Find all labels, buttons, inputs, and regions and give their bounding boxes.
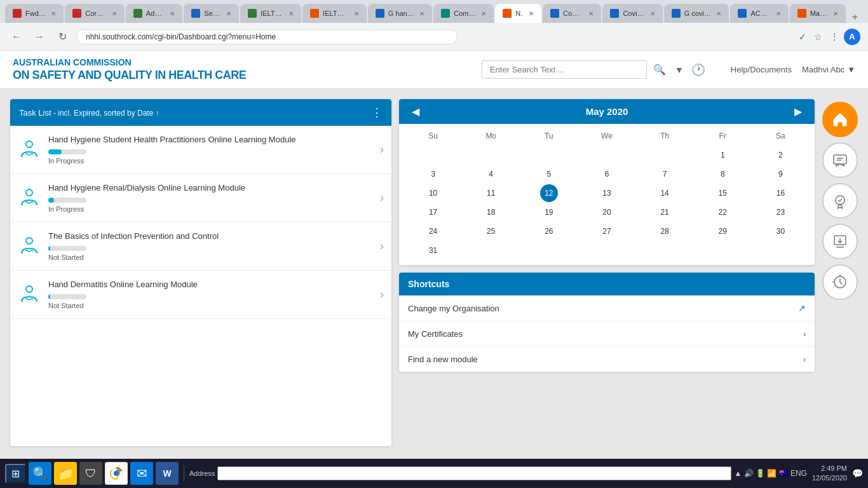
search-button[interactable]: 🔍 bbox=[649, 61, 670, 78]
taskbar-word[interactable]: W bbox=[156, 462, 179, 485]
search-dropdown[interactable]: ▼ bbox=[672, 62, 686, 78]
cal-day-13[interactable]: 13 bbox=[598, 184, 616, 202]
cal-day-empty bbox=[771, 241, 789, 259]
tab-13[interactable]: ACSA-..✕ bbox=[730, 4, 788, 23]
cal-day-10[interactable]: 10 bbox=[424, 184, 442, 202]
user-menu[interactable]: Madhvi Abc ▼ bbox=[802, 65, 855, 74]
taskbar-shield[interactable]: 🛡 bbox=[79, 462, 102, 485]
cal-day-9[interactable]: 9 bbox=[771, 165, 789, 183]
calendar-panel: ◀ May 2020 ▶ Su Mo Tu We Th Fr Sa bbox=[399, 99, 815, 265]
sidebar-certificate-button[interactable] bbox=[822, 183, 858, 219]
task-title-1: Hand Hygiene Student Health Practitioner… bbox=[48, 135, 372, 146]
cal-day-14[interactable]: 14 bbox=[656, 184, 674, 202]
task-menu-icon[interactable]: ⋮ bbox=[371, 105, 383, 119]
cal-day-7[interactable]: 7 bbox=[656, 165, 674, 183]
shortcut-change-org[interactable]: Change my Organisation ↗ bbox=[399, 295, 815, 322]
cal-next-button[interactable]: ▶ bbox=[790, 104, 806, 119]
cal-day-30[interactable]: 30 bbox=[771, 222, 789, 240]
taskbar-clock[interactable]: 2:49 PM 12/05/2020 bbox=[812, 464, 847, 484]
tab-2[interactable]: Corona..✕ bbox=[65, 4, 124, 23]
address-icons: ✓ ☆ ⋮ A bbox=[796, 29, 860, 45]
sidebar-learning-button[interactable] bbox=[822, 142, 858, 178]
taskbar-mail[interactable]: ✉ bbox=[130, 462, 153, 485]
user-avatar[interactable]: A bbox=[844, 29, 860, 45]
sidebar-home-button[interactable] bbox=[822, 102, 858, 137]
cal-day-4[interactable]: 4 bbox=[482, 165, 500, 183]
cal-day-28[interactable]: 28 bbox=[656, 222, 674, 240]
task-item-3[interactable]: The Basics of Infection Prevention and C… bbox=[10, 222, 391, 271]
cal-day-25[interactable]: 25 bbox=[482, 222, 500, 240]
cal-day-5[interactable]: 5 bbox=[540, 165, 558, 183]
cal-day-21[interactable]: 21 bbox=[656, 203, 674, 221]
cal-day-17[interactable]: 17 bbox=[424, 203, 442, 221]
new-tab-button[interactable]: + bbox=[847, 11, 863, 23]
cal-day-8[interactable]: 8 bbox=[714, 165, 731, 183]
tab-4[interactable]: Search✕ bbox=[184, 4, 239, 23]
tab-1[interactable]: Fwd: C..✕ bbox=[5, 4, 64, 23]
cal-day-22[interactable]: 22 bbox=[714, 203, 731, 221]
tab-9-active[interactable]: NHI✕ bbox=[495, 4, 541, 23]
shortcut-find-module[interactable]: Find a new module › bbox=[399, 347, 815, 372]
calendar-days-header: Su Mo Tu We Th Fr Sa bbox=[404, 129, 810, 143]
taskbar-address-input[interactable] bbox=[217, 466, 731, 480]
cal-day-27[interactable]: 27 bbox=[598, 222, 616, 240]
help-docs-link[interactable]: Help/Documents bbox=[731, 65, 792, 74]
cal-day-1[interactable]: 1 bbox=[714, 146, 731, 164]
tab-7[interactable]: G hand h..✕ bbox=[368, 4, 433, 23]
bookmark-icon[interactable]: ☆ bbox=[811, 29, 825, 44]
main-layout: Task List - incl. Expired, sorted by Dat… bbox=[0, 89, 868, 456]
task-item-1[interactable]: Hand Hygiene Student Health Practitioner… bbox=[10, 126, 391, 174]
tab-6[interactable]: IELTS Te..✕ bbox=[302, 4, 367, 23]
calendar-header: ◀ May 2020 ▶ bbox=[399, 99, 815, 124]
task-item-2[interactable]: Hand Hygiene Renal/Dialysis Online Learn… bbox=[10, 174, 391, 222]
cal-day-12-today[interactable]: 12 bbox=[540, 184, 558, 202]
cal-day-11[interactable]: 11 bbox=[482, 184, 500, 202]
shortcut-certificates[interactable]: My Certificates › bbox=[399, 322, 815, 347]
history-button[interactable]: 🕐 bbox=[689, 60, 708, 79]
cal-day-3[interactable]: 3 bbox=[424, 165, 442, 183]
cal-day-16[interactable]: 16 bbox=[771, 184, 789, 202]
tab-10[interactable]: Commi..✕ bbox=[543, 4, 601, 23]
tab-3[interactable]: Adel- I..✕ bbox=[126, 4, 183, 23]
tab-8[interactable]: Comple..✕ bbox=[433, 4, 494, 23]
tab-5[interactable]: IELTS tr..✕ bbox=[240, 4, 301, 23]
task-item-4[interactable]: Hand Dermatitis Online Learning Module N… bbox=[10, 271, 391, 319]
cal-day-20[interactable]: 20 bbox=[598, 203, 616, 221]
cal-day-24[interactable]: 24 bbox=[424, 222, 442, 240]
taskbar-explorer[interactable]: 🔍 bbox=[29, 462, 51, 485]
tab-11[interactable]: Covid 1..✕ bbox=[602, 4, 662, 23]
task-title-4: Hand Dermatitis Online Learning Module bbox=[48, 280, 372, 290]
forward-button[interactable]: → bbox=[31, 28, 48, 46]
cal-prev-button[interactable]: ◀ bbox=[408, 104, 423, 119]
cal-day-29[interactable]: 29 bbox=[714, 222, 731, 240]
reload-button[interactable]: ↻ bbox=[53, 28, 71, 46]
sidebar-history-button[interactable] bbox=[822, 264, 858, 300]
cal-day-15[interactable]: 15 bbox=[714, 184, 731, 202]
task-arrow-4: › bbox=[380, 288, 384, 301]
taskbar-chrome[interactable] bbox=[105, 462, 128, 485]
tab-14[interactable]: Mable..✕ bbox=[790, 4, 846, 23]
cal-day-empty bbox=[482, 146, 500, 164]
shortcuts-panel: Shortcuts Change my Organisation ↗ My Ce… bbox=[399, 273, 815, 372]
task-status-3: Not Started bbox=[48, 254, 372, 261]
address-input[interactable] bbox=[76, 29, 458, 44]
cal-day-2[interactable]: 2 bbox=[771, 146, 789, 164]
external-link-icon: ↗ bbox=[798, 303, 806, 313]
taskbar-folder[interactable]: 📁 bbox=[54, 462, 77, 485]
cal-day-18[interactable]: 18 bbox=[482, 203, 500, 221]
back-button[interactable]: ← bbox=[8, 28, 25, 46]
svg-point-2 bbox=[26, 238, 32, 244]
sidebar-resources-button[interactable] bbox=[822, 224, 858, 259]
cal-day-23[interactable]: 23 bbox=[771, 203, 789, 221]
start-button[interactable]: ⊞ bbox=[5, 464, 26, 484]
search-input[interactable] bbox=[482, 60, 647, 79]
task-progress-bar-2 bbox=[48, 198, 86, 203]
cal-day-31[interactable]: 31 bbox=[424, 241, 442, 259]
cal-day-19[interactable]: 19 bbox=[540, 203, 558, 221]
taskbar: ⊞ 🔍 📁 🛡 ✉ W Address ▲ 🔊 🔋 📶 🇦🇺 ENG 2:49 … bbox=[0, 459, 868, 488]
notification-icon[interactable]: 💬 bbox=[852, 468, 863, 478]
tab-12[interactable]: G covid 1..✕ bbox=[664, 4, 729, 23]
cal-day-6[interactable]: 6 bbox=[598, 165, 616, 183]
cal-day-26[interactable]: 26 bbox=[540, 222, 558, 240]
chrome-menu[interactable]: ⋮ bbox=[827, 29, 841, 44]
